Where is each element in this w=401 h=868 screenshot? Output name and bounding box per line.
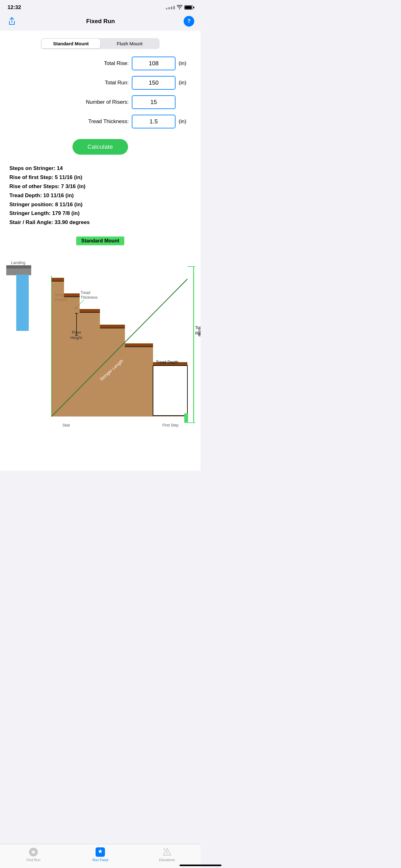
calculate-button-container: Calculate: [0, 136, 201, 161]
wifi-icon: [177, 5, 182, 10]
tread-depth-label: Tread Depth: [156, 360, 178, 364]
result-line-6: Stringer Length: 179 7/8 (in): [9, 209, 191, 218]
tread-thickness-input[interactable]: [132, 115, 175, 128]
diagram-section: Standard Mount Total Rise Landing: [0, 234, 201, 433]
diagram-title-container: Standard Mount: [0, 237, 201, 245]
results-text: Steps on Stringer: 14 Rise of first Step…: [9, 164, 191, 227]
total-run-input[interactable]: [132, 76, 175, 90]
tread-thickness-unit: (in): [179, 118, 191, 125]
diagram-svg-container: Total Rise Landing Stringer Positon Trea…: [0, 248, 201, 433]
result-line-2: Rise of first Step: 5 11/16 (in): [9, 173, 191, 182]
result-line-3: Rise of other Steps: 7 3/16 (in): [9, 182, 191, 191]
help-button[interactable]: ?: [183, 16, 194, 27]
nav-bar: Fixed Run ?: [0, 13, 201, 31]
segment-container: Standard Mount Flush Mount: [0, 36, 201, 54]
results-section: Steps on Stringer: 14 Rise of first Step…: [0, 161, 201, 234]
svg-rect-17: [64, 293, 80, 297]
svg-rect-20: [125, 343, 153, 347]
svg-rect-6: [6, 265, 31, 269]
tread-thickness-label: Tread Thickness:: [89, 118, 129, 125]
svg-text:Rise: Rise: [195, 331, 201, 336]
svg-rect-34: [153, 366, 188, 415]
page-title: Fixed Run: [86, 18, 115, 25]
svg-rect-7: [16, 275, 29, 331]
main-content: Standard Mount Flush Mount Total Rise: (…: [0, 31, 201, 471]
total-run-row: Total Run: (in): [9, 76, 191, 90]
first-step-label: First Step: [162, 423, 179, 428]
total-run-label: Total Run:: [105, 80, 129, 86]
result-line-1: Steps on Stringer: 14: [9, 164, 191, 173]
num-risers-input[interactable]: [132, 95, 175, 109]
segment-control: Standard Mount Flush Mount: [41, 38, 160, 49]
stair-label: Stair: [63, 423, 70, 428]
svg-text:Tread: Tread: [80, 290, 90, 295]
stair-diagram: Total Rise Landing Stringer Positon Trea…: [0, 248, 201, 429]
total-rise-input[interactable]: [132, 57, 175, 70]
result-line-5: Stringer position: 8 11/16 (in): [9, 200, 191, 209]
svg-text:Height: Height: [70, 335, 82, 340]
total-run-unit: (in): [179, 80, 191, 86]
tread-thickness-row: Tread Thickness: (in): [9, 115, 191, 128]
num-risers-row: Number of Risers:: [9, 95, 191, 109]
total-rise-right-label: Total: [195, 325, 201, 330]
total-rise-label: Total Rise:: [104, 60, 129, 67]
result-line-4: Tread Depth: 10 11/16 (in): [9, 191, 191, 200]
num-risers-unit: [179, 99, 191, 105]
segment-standard-mount[interactable]: Standard Mount: [41, 39, 100, 49]
form-section: Total Rise: (in) Total Run: (in) Number …: [0, 54, 201, 136]
result-line-7: Stair / Rail Angle: 33.90 degrees: [9, 218, 191, 227]
status-icons: [166, 5, 193, 10]
signal-icon: [166, 6, 175, 9]
svg-text:Thickness: Thickness: [80, 295, 97, 300]
share-button[interactable]: [6, 16, 18, 27]
total-rise-row: Total Rise: (in): [9, 57, 191, 70]
diagram-title-badge: Standard Mount: [76, 237, 124, 245]
svg-rect-18: [80, 309, 100, 312]
total-rise-unit: (in): [179, 60, 191, 67]
battery-icon: [184, 5, 193, 10]
segment-flush-mount[interactable]: Flush Mount: [100, 39, 159, 49]
landing-label: Landing: [11, 260, 25, 265]
svg-rect-35: [184, 413, 188, 423]
calculate-button[interactable]: Calculate: [72, 139, 128, 155]
svg-rect-19: [100, 324, 125, 328]
status-time: 12:32: [7, 4, 21, 11]
status-bar: 12:32: [0, 0, 201, 13]
num-risers-label: Number of Risers:: [86, 99, 129, 105]
svg-rect-16: [52, 278, 64, 281]
